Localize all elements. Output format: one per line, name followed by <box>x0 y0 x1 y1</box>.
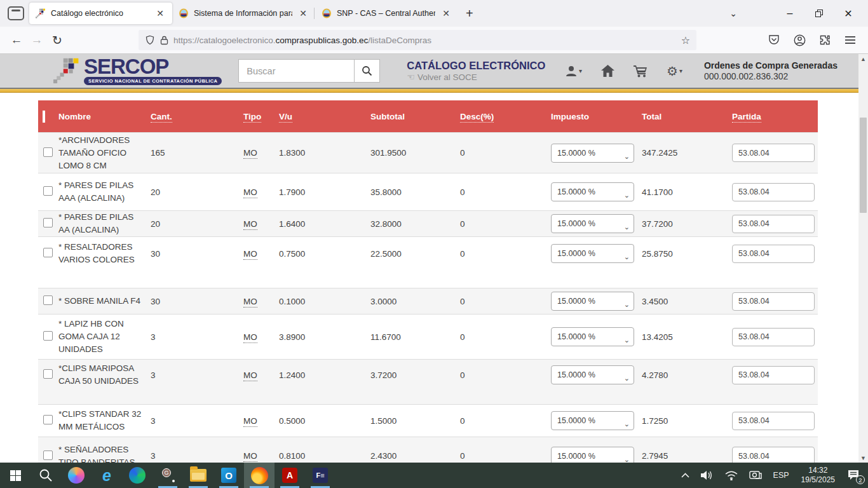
firefox-view-icon[interactable] <box>8 6 24 20</box>
close-window-button[interactable]: ✕ <box>834 0 863 27</box>
type-value[interactable]: MO <box>243 297 257 308</box>
taskbar-edge-button[interactable] <box>122 463 153 488</box>
row-checkbox[interactable] <box>43 248 53 257</box>
account-icon[interactable] <box>793 34 806 46</box>
row-checkbox[interactable] <box>43 415 53 424</box>
tab-catalogo-electronico[interactable]: Catálogo electrónico ✕ <box>29 3 172 24</box>
type-value[interactable]: MO <box>243 148 257 159</box>
type-value[interactable]: MO <box>243 370 257 381</box>
tab-title: Catálogo electrónico <box>51 9 149 18</box>
list-all-tabs-icon[interactable]: ⌄ <box>721 8 746 18</box>
row-checkbox[interactable] <box>43 331 53 341</box>
partida-input[interactable] <box>732 245 815 263</box>
impuesto-select[interactable]: 15.0000 % <box>551 365 634 384</box>
impuesto-select[interactable]: 15.0000 % <box>551 292 634 311</box>
bookmark-star-icon[interactable]: ☆ <box>681 34 690 46</box>
row-checkbox[interactable] <box>43 295 53 305</box>
row-checkbox[interactable] <box>43 369 53 379</box>
partida-input[interactable] <box>732 328 815 346</box>
taskbar-fes-button[interactable]: F≡ <box>305 463 336 488</box>
settings-menu-button[interactable]: ⚙ ▾ <box>667 65 682 78</box>
tab-close-icon[interactable]: ✕ <box>297 8 309 18</box>
cart-button[interactable] <box>634 65 648 78</box>
select-all-checkbox[interactable] <box>43 111 45 123</box>
column-header-partida[interactable]: Partida <box>732 112 818 121</box>
pocket-icon[interactable] <box>768 34 780 46</box>
type-value[interactable]: MO <box>243 332 257 343</box>
menu-hamburger-icon[interactable] <box>844 34 857 46</box>
partida-input[interactable] <box>732 215 815 233</box>
taskbar-firefox-button[interactable] <box>244 463 275 488</box>
page-scrollbar[interactable]: ▲ ▼ <box>858 54 868 463</box>
impuesto-select[interactable]: 15.0000 % <box>551 447 634 463</box>
partida-input[interactable] <box>732 366 815 384</box>
forward-button[interactable]: → <box>27 30 47 50</box>
cast-button[interactable] <box>745 463 766 488</box>
taskbar-acrobat-button[interactable]: A <box>275 463 305 488</box>
impuesto-select[interactable]: 15.0000 % <box>551 144 634 163</box>
tab-sistema-informacion[interactable]: Sistema de Información para lo ✕ <box>172 3 315 24</box>
clock[interactable]: 14:32 19/5/2025 <box>796 466 840 485</box>
column-header-desc[interactable]: Desc(%) <box>460 112 551 121</box>
total-value: 13.4205 <box>642 332 732 342</box>
partida-input[interactable] <box>732 183 815 201</box>
tab-close-icon[interactable]: ✕ <box>154 8 166 18</box>
user-menu-button[interactable]: ▾ <box>565 65 582 78</box>
url-text[interactable]: https://catalogoelectronico.compraspubli… <box>173 36 676 45</box>
start-button[interactable] <box>0 463 31 488</box>
impuesto-select[interactable]: 15.0000 % <box>551 182 634 201</box>
row-checkbox[interactable] <box>43 218 53 227</box>
type-value[interactable]: MO <box>243 416 257 427</box>
taskbar-chrome-button[interactable]: G <box>153 463 183 488</box>
back-button[interactable]: ← <box>6 30 27 50</box>
type-value[interactable]: MO <box>243 219 257 230</box>
scroll-down-icon[interactable]: ▼ <box>858 453 868 463</box>
minimize-button[interactable]: – <box>775 0 804 27</box>
extensions-puzzle-icon[interactable] <box>818 34 831 46</box>
taskbar-outlook-button[interactable]: O <box>214 463 244 488</box>
sercop-logo[interactable]: SERCOP SERVICIO NACIONAL DE CONTRATACIÓN… <box>53 57 222 85</box>
row-checkbox[interactable] <box>43 147 53 157</box>
volume-button[interactable] <box>696 463 718 488</box>
windows-taskbar: e G O A F≡ ESP 14:32 19/5 <box>0 463 868 488</box>
taskbar-search-button[interactable] <box>31 463 61 488</box>
impuesto-select[interactable]: 15.0000 % <box>551 327 634 346</box>
url-bar[interactable]: https://catalogoelectronico.compraspubli… <box>139 30 696 50</box>
row-checkbox[interactable] <box>43 186 53 196</box>
restore-window-button[interactable] <box>804 0 834 27</box>
impuesto-select[interactable]: 15.0000 % <box>551 411 634 430</box>
row-checkbox[interactable] <box>43 451 53 460</box>
scroll-up-icon[interactable]: ▲ <box>858 54 868 64</box>
home-button[interactable] <box>601 65 614 77</box>
impuesto-select[interactable]: 15.0000 % <box>551 244 634 263</box>
partida-input[interactable] <box>732 144 815 162</box>
partida-input[interactable] <box>732 447 815 463</box>
search-button[interactable] <box>355 59 380 83</box>
new-tab-button[interactable]: + <box>458 5 481 22</box>
taskbar-ie-button[interactable]: e <box>92 463 122 488</box>
shield-icon[interactable] <box>145 35 155 45</box>
partida-input[interactable] <box>732 292 815 311</box>
column-header-cant[interactable]: Cant. <box>151 112 243 121</box>
taskbar-copilot-button[interactable] <box>61 463 92 488</box>
language-indicator[interactable]: ESP <box>769 463 794 488</box>
type-value[interactable]: MO <box>243 187 257 198</box>
volver-al-soce-link[interactable]: ☜ Volver al SOCE <box>407 72 545 82</box>
quantity-value: 20 <box>151 219 243 229</box>
partida-input[interactable] <box>732 412 815 430</box>
type-value[interactable]: MO <box>243 451 257 462</box>
orders-generated-number: 000.000.002.836.302 <box>704 71 837 82</box>
tab-snp-cas[interactable]: SNP - CAS – Central Authentica ✕ <box>315 3 458 24</box>
notification-center-button[interactable]: 2 <box>843 463 864 488</box>
search-input[interactable] <box>238 59 355 83</box>
impuesto-select[interactable]: 15.0000 % <box>551 214 634 233</box>
column-header-vu[interactable]: V/u <box>279 112 370 121</box>
taskbar-explorer-button[interactable] <box>183 463 214 488</box>
type-value[interactable]: MO <box>243 249 257 260</box>
show-hidden-icons-button[interactable] <box>677 463 694 488</box>
tab-close-icon[interactable]: ✕ <box>440 8 452 18</box>
network-button[interactable] <box>721 463 742 488</box>
reload-button[interactable]: ↻ <box>47 30 67 50</box>
column-header-tipo[interactable]: Tipo <box>243 112 279 121</box>
scrollbar-thumb[interactable] <box>860 118 867 213</box>
